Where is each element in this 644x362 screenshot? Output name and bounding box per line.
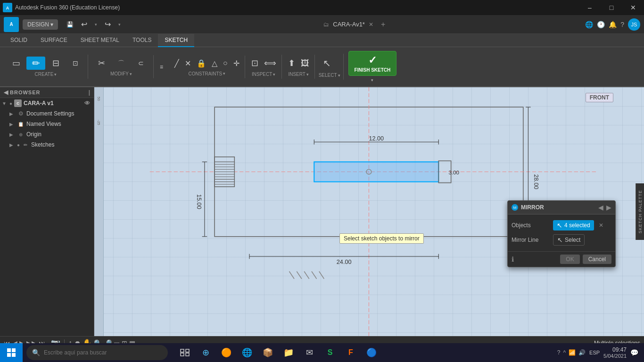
- finish-sketch-button[interactable]: ✓ FINISH SKETCH: [348, 51, 397, 76]
- notifications-taskbar-icon[interactable]: 💬: [630, 349, 638, 356]
- date-display: 5/04/2021: [603, 353, 627, 359]
- point-icon: ⊡: [73, 60, 78, 66]
- arrow-taskbar-icon[interactable]: ^: [563, 349, 566, 356]
- files-button[interactable]: 📁: [279, 343, 298, 362]
- diagonal-constraint-button[interactable]: ╱: [172, 58, 182, 69]
- objects-selected-button[interactable]: ↖ 4 selected: [553, 220, 594, 230]
- sketch-palette-panel[interactable]: SKETCH PALETTE: [636, 183, 644, 240]
- origin-expand-icon[interactable]: ▶: [9, 132, 15, 137]
- cross-constraint-button[interactable]: ✕: [182, 58, 193, 69]
- doc-settings-expand-icon[interactable]: ▶: [9, 111, 15, 116]
- browser-button[interactable]: 🌐: [238, 343, 256, 362]
- insert-dxf-button[interactable]: 🖼: [298, 57, 312, 70]
- inspect-label: INSPECT ▾: [252, 72, 275, 77]
- root-vis-icon[interactable]: ●: [9, 101, 12, 106]
- offset-button[interactable]: ⊂: [132, 58, 150, 68]
- sketch-line1-button[interactable]: ≡: [157, 62, 165, 72]
- measure-button[interactable]: ⊡: [249, 57, 261, 70]
- new-tab-button[interactable]: +: [381, 20, 385, 29]
- help-taskbar-icon[interactable]: ?: [557, 349, 561, 356]
- sidebar-item-doc-settings[interactable]: ▶ ⚙ Document Settings: [0, 108, 94, 119]
- mirror-line-select-button[interactable]: ↖ Select: [553, 234, 585, 246]
- svg-rect-44: [7, 353, 11, 357]
- sketches-expand-icon[interactable]: ▶: [9, 142, 15, 148]
- redo-dropdown[interactable]: ▾: [116, 20, 124, 29]
- cancel-button[interactable]: Cancel: [583, 255, 611, 264]
- close-button[interactable]: ✕: [622, 0, 644, 15]
- undo-button[interactable]: ↩: [78, 18, 90, 31]
- help-icon[interactable]: ?: [620, 21, 624, 28]
- history-icon[interactable]: 🕐: [597, 21, 605, 28]
- create-rectangle-button[interactable]: ▭: [7, 57, 25, 69]
- plus-constraint-button[interactable]: ✛: [231, 58, 242, 69]
- create-point-button[interactable]: ⊡: [66, 58, 85, 68]
- constraints-dropdown-icon[interactable]: ▾: [223, 71, 225, 76]
- globe-icon[interactable]: 🌐: [585, 21, 593, 28]
- minimize-button[interactable]: –: [579, 0, 601, 15]
- create-dropdown-icon[interactable]: ▾: [54, 72, 57, 77]
- edge-button[interactable]: ⊕: [196, 343, 215, 362]
- mail-button[interactable]: ✉: [300, 343, 319, 362]
- tab-solid[interactable]: SOLID: [4, 34, 34, 47]
- create-line-button[interactable]: ✏: [26, 57, 45, 70]
- sidebar-item-root[interactable]: ▼ ● C CARA-A v1 👁: [0, 98, 94, 108]
- mirror-back-button[interactable]: ◀: [598, 204, 603, 211]
- sketches-vis-icon[interactable]: ●: [17, 142, 20, 148]
- svg-line-37: [304, 272, 309, 279]
- office-button[interactable]: 🟠: [217, 343, 236, 362]
- dimension-button[interactable]: ⟺: [262, 57, 279, 70]
- file-icon: 🗂: [323, 21, 329, 28]
- triangle-constraint-button[interactable]: △: [209, 58, 220, 69]
- lock-constraint-button[interactable]: 🔒: [194, 58, 208, 69]
- browser-expand-icon[interactable]: |: [89, 89, 90, 96]
- sidebar-item-named-views[interactable]: ▶ 📋 Named Views: [0, 119, 94, 129]
- create-items: ▭ ✏ ⊟ ⊡: [7, 57, 85, 70]
- root-expand-icon[interactable]: ▼: [2, 101, 8, 106]
- create-offset-button[interactable]: ⊟: [46, 57, 65, 69]
- ok-button[interactable]: OK: [560, 255, 579, 264]
- info-icon[interactable]: ℹ: [512, 255, 514, 263]
- undo-icon: ↩: [81, 20, 87, 29]
- select-dropdown-icon[interactable]: ▾: [338, 73, 340, 78]
- user-avatar[interactable]: JS: [628, 18, 640, 31]
- finish-dropdown[interactable]: ▾: [371, 78, 373, 82]
- inspect-dropdown-icon[interactable]: ▾: [273, 72, 275, 77]
- undo-dropdown[interactable]: ▾: [92, 20, 100, 29]
- start-button[interactable]: [0, 343, 23, 362]
- maximize-button[interactable]: □: [601, 0, 622, 15]
- tab-close-button[interactable]: ✕: [369, 21, 373, 28]
- spotify-button[interactable]: S: [321, 343, 339, 362]
- browser-collapse-icon[interactable]: ◀: [4, 89, 8, 96]
- inspect-items: ⊡ ⟺: [249, 57, 279, 70]
- svg-rect-5: [314, 162, 438, 181]
- dropbox-button[interactable]: 📦: [258, 343, 277, 362]
- root-eye-icon[interactable]: 👁: [84, 100, 90, 107]
- tab-sheet-metal[interactable]: SHEET METAL: [74, 34, 126, 47]
- mirror-forward-button[interactable]: ▶: [606, 204, 611, 211]
- sidebar-item-sketches[interactable]: ▶ ● ✏ Sketches: [0, 140, 94, 150]
- sidebar-item-origin[interactable]: ▶ ⊕ Origin: [0, 129, 94, 140]
- tab-surface[interactable]: SURFACE: [34, 34, 74, 47]
- tab-tools[interactable]: TOOLS: [126, 34, 158, 47]
- svg-rect-49: [186, 353, 189, 356]
- design-menu[interactable]: DESIGN ▾: [23, 19, 58, 30]
- taskbar-search[interactable]: 🔍: [26, 345, 168, 360]
- clear-selection-button[interactable]: ✕: [599, 222, 603, 229]
- insert-image-button[interactable]: ⬆: [286, 57, 297, 70]
- taskview-button[interactable]: [175, 343, 194, 362]
- browser-header: ◀ BROWSER |: [0, 87, 94, 98]
- modify-dropdown-icon[interactable]: ▾: [130, 72, 132, 76]
- fusion-button[interactable]: F: [341, 343, 360, 362]
- circle-constraint-button[interactable]: ○: [221, 58, 230, 69]
- save-button[interactable]: 💾: [64, 19, 76, 30]
- named-views-expand-icon[interactable]: ▶: [9, 122, 15, 127]
- notifications-icon[interactable]: 🔔: [609, 21, 617, 28]
- search-input[interactable]: [44, 349, 162, 356]
- fillet-button[interactable]: ⌒: [112, 58, 131, 68]
- redo-button[interactable]: ↪: [102, 18, 114, 31]
- select-button[interactable]: ↖: [320, 56, 339, 71]
- trim-button[interactable]: ✂: [92, 57, 111, 69]
- chrome-button[interactable]: 🔵: [362, 343, 381, 362]
- tab-sketch[interactable]: SKETCH: [158, 34, 194, 47]
- insert-dropdown-icon[interactable]: ▾: [306, 72, 309, 77]
